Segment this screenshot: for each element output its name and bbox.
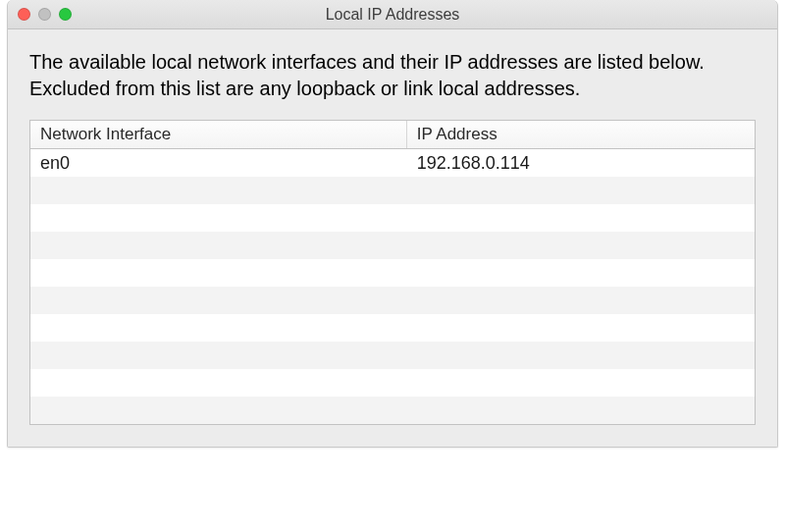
- table-row[interactable]: [30, 369, 755, 397]
- cell-ip: [407, 369, 755, 397]
- table-row[interactable]: [30, 287, 755, 314]
- column-header-ip[interactable]: IP Address: [407, 121, 755, 148]
- cell-ip: [407, 177, 755, 204]
- table-header-row: Network Interface IP Address: [30, 121, 755, 149]
- column-header-interface[interactable]: Network Interface: [30, 121, 407, 148]
- description-text: The available local network interfaces a…: [29, 49, 756, 102]
- table-row[interactable]: [30, 204, 755, 232]
- cell-interface: [30, 342, 407, 369]
- table-row[interactable]: [30, 314, 755, 342]
- table-row[interactable]: [30, 342, 755, 369]
- cell-ip: [407, 259, 755, 287]
- close-icon[interactable]: [18, 8, 30, 21]
- ip-table: Network Interface IP Address en0192.168.…: [29, 120, 756, 425]
- cell-ip: [407, 232, 755, 259]
- cell-interface: en0: [30, 149, 407, 177]
- window-title: Local IP Addresses: [326, 6, 460, 24]
- content-area: The available local network interfaces a…: [8, 29, 777, 447]
- cell-interface: [30, 314, 407, 342]
- window-controls: [18, 8, 72, 21]
- table-row[interactable]: [30, 259, 755, 287]
- table-row[interactable]: [30, 397, 755, 424]
- table-row[interactable]: en0192.168.0.114: [30, 149, 755, 177]
- cell-interface: [30, 369, 407, 397]
- cell-interface: [30, 259, 407, 287]
- minimize-icon[interactable]: [38, 8, 51, 21]
- maximize-icon[interactable]: [59, 8, 72, 21]
- cell-interface: [30, 397, 407, 424]
- cell-interface: [30, 287, 407, 314]
- table-row[interactable]: [30, 177, 755, 204]
- titlebar: Local IP Addresses: [8, 0, 777, 29]
- table-body: en0192.168.0.114: [30, 149, 755, 424]
- cell-ip: [407, 342, 755, 369]
- window: Local IP Addresses The available local n…: [7, 0, 778, 448]
- table-row[interactable]: [30, 232, 755, 259]
- cell-interface: [30, 232, 407, 259]
- cell-ip: [407, 204, 755, 232]
- cell-ip: [407, 314, 755, 342]
- cell-interface: [30, 204, 407, 232]
- cell-ip: [407, 397, 755, 424]
- cell-ip: 192.168.0.114: [407, 149, 755, 177]
- cell-interface: [30, 177, 407, 204]
- cell-ip: [407, 287, 755, 314]
